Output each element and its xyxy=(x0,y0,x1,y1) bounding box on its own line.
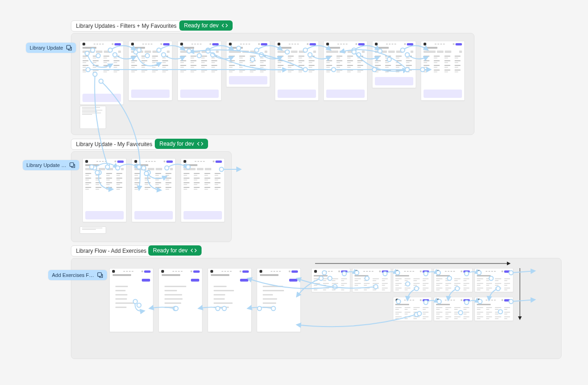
section-title-1[interactable]: Library Updates - Filters + My Favourite… xyxy=(71,20,182,32)
screen-frame[interactable] xyxy=(109,268,153,332)
code-icon xyxy=(190,247,197,254)
section-title-3-text: Library Flow - Add Exercises xyxy=(76,248,146,254)
flow-label-1-text: Library Update xyxy=(30,45,63,51)
screen-frame[interactable] xyxy=(434,297,473,321)
screen-frame[interactable] xyxy=(128,41,172,101)
status-badge-2[interactable]: Ready for dev xyxy=(155,139,208,149)
screen-frame[interactable] xyxy=(474,297,513,321)
flow-label-3-text: Add Exercises F… xyxy=(52,272,94,278)
flow-label-3[interactable]: Add Exercises F… xyxy=(48,270,107,280)
screen-frame[interactable] xyxy=(158,268,202,332)
sticky-note[interactable] xyxy=(80,226,106,234)
section-title-1-text: Library Updates - Filters + My Favourite… xyxy=(76,23,177,29)
screen-frame[interactable] xyxy=(372,41,416,88)
screen-frame[interactable] xyxy=(226,41,270,87)
screen-frame[interactable] xyxy=(257,268,301,332)
screen-frame[interactable] xyxy=(80,41,124,105)
status-badge-2-text: Ready for dev xyxy=(159,141,194,147)
screen-frame[interactable] xyxy=(393,268,432,292)
screen-frame[interactable] xyxy=(208,268,252,332)
flow-link-icon xyxy=(69,162,76,168)
status-badge-1[interactable]: Ready for dev xyxy=(179,20,233,31)
status-badge-3-text: Ready for dev xyxy=(153,247,188,254)
svg-rect-1 xyxy=(70,163,74,167)
code-icon xyxy=(197,141,203,147)
svg-rect-0 xyxy=(67,45,70,49)
screen-frame[interactable] xyxy=(352,268,391,292)
screen-frame[interactable] xyxy=(434,268,473,292)
flow-link-icon xyxy=(66,45,72,51)
flow-label-1[interactable]: Library Update xyxy=(26,43,76,53)
flow-link-icon xyxy=(97,272,103,278)
flow-label-2-text: Library Update … xyxy=(26,162,66,168)
code-icon xyxy=(221,22,228,29)
svg-rect-2 xyxy=(98,273,101,276)
screen-frame[interactable] xyxy=(421,41,465,101)
section-title-2[interactable]: Library Update - My Favoruites xyxy=(71,139,158,150)
screen-frame[interactable] xyxy=(311,268,350,292)
screen-frame[interactable] xyxy=(275,41,319,101)
screen-frame[interactable] xyxy=(181,158,225,222)
screen-frame[interactable] xyxy=(323,41,367,101)
status-badge-3[interactable]: Ready for dev xyxy=(148,245,202,256)
screen-frame[interactable] xyxy=(177,41,221,101)
sticky-note[interactable] xyxy=(80,106,106,129)
flow-label-2[interactable]: Library Update … xyxy=(23,160,79,170)
screen-frame[interactable] xyxy=(474,268,513,292)
section-title-3[interactable]: Library Flow - Add Exercises xyxy=(71,245,152,257)
status-badge-1-text: Ready for dev xyxy=(184,22,219,29)
section-title-2-text: Library Update - My Favoruites xyxy=(76,141,152,148)
screen-frame[interactable] xyxy=(393,297,432,321)
screen-frame[interactable] xyxy=(82,158,126,222)
screen-frame[interactable] xyxy=(132,158,176,222)
